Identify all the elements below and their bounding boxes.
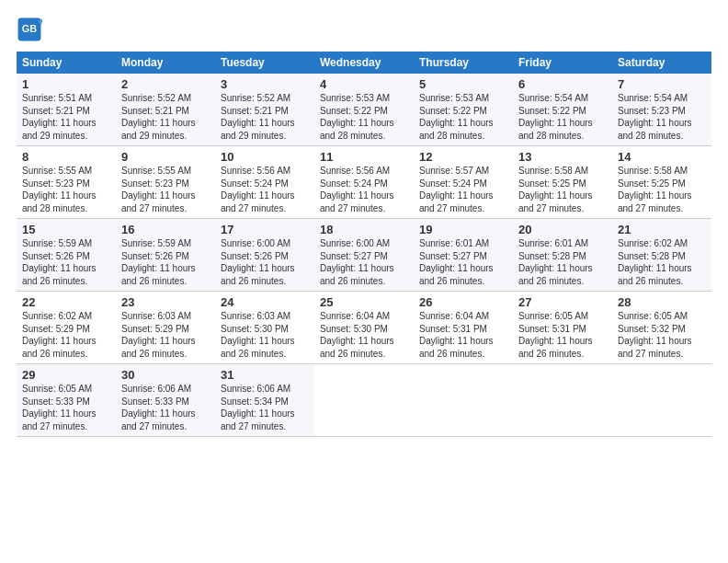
day-info: Sunrise: 5:55 AMSunset: 5:23 PMDaylight:… xyxy=(121,166,196,213)
day-cell: 25 Sunrise: 6:04 AMSunset: 5:30 PMDaylig… xyxy=(314,292,414,364)
col-header-sunday: Sunday xyxy=(17,52,116,74)
day-cell: 24 Sunrise: 6:03 AMSunset: 5:30 PMDaylig… xyxy=(215,292,314,364)
day-info: Sunrise: 6:00 AMSunset: 5:27 PMDaylight:… xyxy=(320,238,394,286)
day-info: Sunrise: 6:03 AMSunset: 5:30 PMDaylight:… xyxy=(221,311,295,359)
day-cell: 5 Sunrise: 5:53 AMSunset: 5:22 PMDayligh… xyxy=(414,74,513,146)
day-cell: 1 Sunrise: 5:51 AMSunset: 5:21 PMDayligh… xyxy=(17,74,116,146)
day-number: 12 xyxy=(419,150,507,164)
day-cell: 14 Sunrise: 5:58 AMSunset: 5:25 PMDaylig… xyxy=(612,146,711,219)
day-info: Sunrise: 6:02 AMSunset: 5:28 PMDaylight:… xyxy=(618,238,692,286)
day-info: Sunrise: 6:05 AMSunset: 5:31 PMDaylight:… xyxy=(518,311,593,359)
day-cell: 11 Sunrise: 5:56 AMSunset: 5:24 PMDaylig… xyxy=(314,146,414,219)
day-cell: 27 Sunrise: 6:05 AMSunset: 5:31 PMDaylig… xyxy=(513,292,612,364)
day-number: 5 xyxy=(419,77,507,91)
day-number: 28 xyxy=(618,295,706,309)
day-info: Sunrise: 5:59 AMSunset: 5:26 PMDaylight:… xyxy=(121,238,196,286)
day-info: Sunrise: 5:55 AMSunset: 5:23 PMDaylight:… xyxy=(22,166,97,213)
day-info: Sunrise: 5:59 AMSunset: 5:26 PMDaylight:… xyxy=(22,238,97,286)
day-info: Sunrise: 6:05 AMSunset: 5:32 PMDaylight:… xyxy=(618,311,692,359)
day-number: 4 xyxy=(320,77,408,91)
day-number: 31 xyxy=(221,368,309,382)
day-info: Sunrise: 6:00 AMSunset: 5:26 PMDaylight:… xyxy=(221,238,295,286)
week-row-4: 22 Sunrise: 6:02 AMSunset: 5:29 PMDaylig… xyxy=(17,292,711,364)
col-header-thursday: Thursday xyxy=(414,52,513,74)
day-info: Sunrise: 5:54 AMSunset: 5:23 PMDaylight:… xyxy=(618,93,692,141)
day-number: 21 xyxy=(618,223,706,236)
day-cell xyxy=(612,364,711,437)
day-info: Sunrise: 6:02 AMSunset: 5:29 PMDaylight:… xyxy=(22,311,97,359)
day-info: Sunrise: 6:06 AMSunset: 5:34 PMDaylight:… xyxy=(221,384,295,431)
day-number: 30 xyxy=(121,368,210,382)
calendar-table: SundayMondayTuesdayWednesdayThursdayFrid… xyxy=(17,52,711,437)
day-cell: 30 Sunrise: 6:06 AMSunset: 5:33 PMDaylig… xyxy=(116,364,215,437)
day-number: 1 xyxy=(22,77,110,91)
day-number: 26 xyxy=(419,295,507,309)
day-cell: 9 Sunrise: 5:55 AMSunset: 5:23 PMDayligh… xyxy=(116,146,215,219)
day-number: 24 xyxy=(221,295,309,309)
day-number: 9 xyxy=(121,150,210,164)
day-cell: 8 Sunrise: 5:55 AMSunset: 5:23 PMDayligh… xyxy=(17,146,116,219)
day-info: Sunrise: 5:58 AMSunset: 5:25 PMDaylight:… xyxy=(518,166,593,213)
day-info: Sunrise: 5:56 AMSunset: 5:24 PMDaylight:… xyxy=(320,166,394,213)
logo-icon: GB xyxy=(17,17,42,42)
day-cell: 19 Sunrise: 6:01 AMSunset: 5:27 PMDaylig… xyxy=(414,219,513,292)
week-row-5: 29 Sunrise: 6:05 AMSunset: 5:33 PMDaylig… xyxy=(17,364,711,437)
day-cell: 12 Sunrise: 5:57 AMSunset: 5:24 PMDaylig… xyxy=(414,146,513,219)
day-info: Sunrise: 6:03 AMSunset: 5:29 PMDaylight:… xyxy=(121,311,196,359)
day-cell: 7 Sunrise: 5:54 AMSunset: 5:23 PMDayligh… xyxy=(612,74,711,146)
day-cell: 6 Sunrise: 5:54 AMSunset: 5:22 PMDayligh… xyxy=(513,74,612,146)
day-number: 25 xyxy=(320,295,408,309)
calendar-body: 1 Sunrise: 5:51 AMSunset: 5:21 PMDayligh… xyxy=(17,74,711,437)
day-number: 16 xyxy=(121,223,210,236)
page: GB SundayMondayTuesdayWednesdayThursdayF… xyxy=(0,0,728,446)
day-cell: 4 Sunrise: 5:53 AMSunset: 5:22 PMDayligh… xyxy=(314,74,414,146)
day-number: 22 xyxy=(22,295,110,309)
day-info: Sunrise: 5:56 AMSunset: 5:24 PMDaylight:… xyxy=(221,166,295,213)
day-cell: 17 Sunrise: 6:00 AMSunset: 5:26 PMDaylig… xyxy=(215,219,314,292)
col-header-monday: Monday xyxy=(116,52,215,74)
svg-text:GB: GB xyxy=(22,23,37,34)
day-info: Sunrise: 5:52 AMSunset: 5:21 PMDaylight:… xyxy=(221,93,295,141)
day-number: 19 xyxy=(419,223,507,236)
day-cell xyxy=(513,364,612,437)
day-cell: 15 Sunrise: 5:59 AMSunset: 5:26 PMDaylig… xyxy=(17,219,116,292)
day-info: Sunrise: 5:52 AMSunset: 5:21 PMDaylight:… xyxy=(121,93,196,141)
day-cell: 26 Sunrise: 6:04 AMSunset: 5:31 PMDaylig… xyxy=(414,292,513,364)
day-cell xyxy=(414,364,513,437)
week-row-1: 1 Sunrise: 5:51 AMSunset: 5:21 PMDayligh… xyxy=(17,74,711,146)
day-number: 14 xyxy=(618,150,706,164)
day-number: 18 xyxy=(320,223,408,236)
day-cell: 28 Sunrise: 6:05 AMSunset: 5:32 PMDaylig… xyxy=(612,292,711,364)
day-cell: 18 Sunrise: 6:00 AMSunset: 5:27 PMDaylig… xyxy=(314,219,414,292)
day-number: 15 xyxy=(22,223,110,236)
day-info: Sunrise: 6:04 AMSunset: 5:30 PMDaylight:… xyxy=(320,311,394,359)
day-number: 20 xyxy=(518,223,607,236)
day-info: Sunrise: 5:51 AMSunset: 5:21 PMDaylight:… xyxy=(22,93,97,141)
day-cell xyxy=(314,364,414,437)
col-header-tuesday: Tuesday xyxy=(215,52,314,74)
day-info: Sunrise: 6:06 AMSunset: 5:33 PMDaylight:… xyxy=(121,384,196,431)
day-number: 17 xyxy=(221,223,309,236)
col-header-saturday: Saturday xyxy=(612,52,711,74)
day-info: Sunrise: 5:53 AMSunset: 5:22 PMDaylight:… xyxy=(320,93,394,141)
day-info: Sunrise: 6:05 AMSunset: 5:33 PMDaylight:… xyxy=(22,384,97,431)
day-number: 27 xyxy=(518,295,607,309)
day-info: Sunrise: 6:01 AMSunset: 5:27 PMDaylight:… xyxy=(419,238,494,286)
day-cell: 10 Sunrise: 5:56 AMSunset: 5:24 PMDaylig… xyxy=(215,146,314,219)
day-info: Sunrise: 5:57 AMSunset: 5:24 PMDaylight:… xyxy=(419,166,494,213)
day-number: 7 xyxy=(618,77,706,91)
day-cell: 16 Sunrise: 5:59 AMSunset: 5:26 PMDaylig… xyxy=(116,219,215,292)
day-cell: 31 Sunrise: 6:06 AMSunset: 5:34 PMDaylig… xyxy=(215,364,314,437)
day-info: Sunrise: 5:53 AMSunset: 5:22 PMDaylight:… xyxy=(419,93,494,141)
day-info: Sunrise: 6:04 AMSunset: 5:31 PMDaylight:… xyxy=(419,311,494,359)
day-number: 2 xyxy=(121,77,210,91)
day-cell: 23 Sunrise: 6:03 AMSunset: 5:29 PMDaylig… xyxy=(116,292,215,364)
col-header-friday: Friday xyxy=(513,52,612,74)
day-number: 3 xyxy=(221,77,309,91)
day-cell: 21 Sunrise: 6:02 AMSunset: 5:28 PMDaylig… xyxy=(612,219,711,292)
week-row-2: 8 Sunrise: 5:55 AMSunset: 5:23 PMDayligh… xyxy=(17,146,711,219)
day-cell: 13 Sunrise: 5:58 AMSunset: 5:25 PMDaylig… xyxy=(513,146,612,219)
day-number: 8 xyxy=(22,150,110,164)
calendar-header-row: SundayMondayTuesdayWednesdayThursdayFrid… xyxy=(17,52,711,74)
day-cell: 22 Sunrise: 6:02 AMSunset: 5:29 PMDaylig… xyxy=(17,292,116,364)
